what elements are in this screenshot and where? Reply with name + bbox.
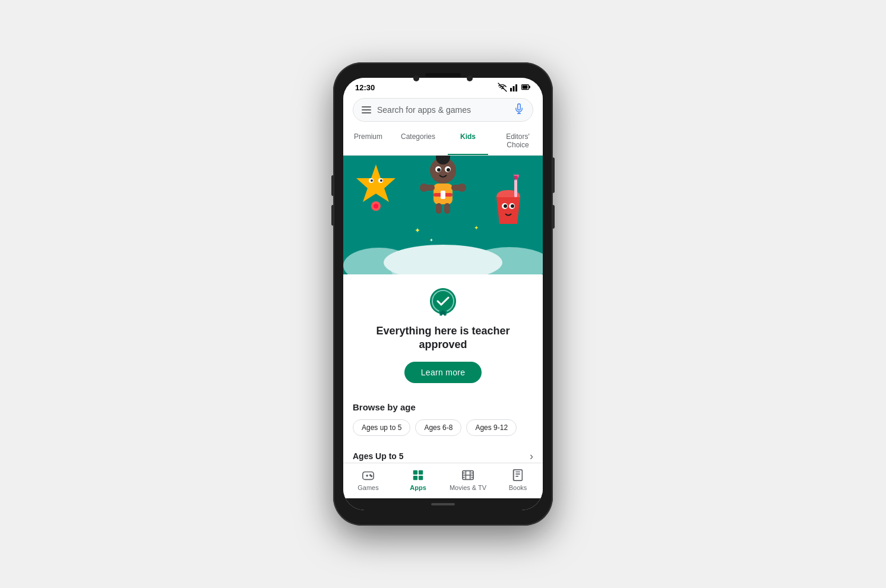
browse-by-age-title: Browse by age [353,402,533,412]
svg-rect-4 [529,86,530,88]
svg-point-16 [371,179,373,182]
svg-point-40 [514,176,518,179]
tab-editors-choice[interactable]: Editors' Choice [493,127,543,155]
svg-point-79 [371,476,372,477]
learn-more-button[interactable]: Learn more [404,362,482,383]
age-chip-2[interactable]: Ages 9-12 [466,419,517,436]
svg-rect-33 [436,203,442,214]
ages-header: Ages Up to 5 › [353,450,533,463]
status-bar: 12:30 [343,78,543,94]
apps-label: Apps [410,484,426,491]
svg-rect-81 [419,470,423,475]
svg-text:✦: ✦ [429,238,433,243]
search-input[interactable]: Search for apps & games [377,105,508,115]
nav-item-games[interactable]: Games [343,468,393,491]
games-icon [361,468,375,482]
home-bar[interactable] [431,503,455,505]
svg-point-31 [420,184,428,192]
svg-point-19 [374,204,378,208]
battery-icon [521,83,531,92]
hero-text-section: Everything here is teacher approved Lear… [343,274,543,393]
volume-up-button [331,175,334,196]
wifi-icon [498,83,507,92]
svg-text:✦: ✦ [414,226,420,235]
search-bar-container: Search for apps & games [343,94,543,127]
search-bar[interactable]: Search for apps & games [353,98,533,122]
camera-left [413,75,419,81]
svg-point-17 [380,179,382,182]
svg-rect-85 [514,470,523,480]
nav-item-movies[interactable]: Movies & TV [443,468,493,491]
svg-rect-1 [513,86,515,91]
svg-rect-83 [419,476,423,480]
books-icon [511,468,525,482]
nav-tabs: Premium Categories Kids Editors' Choice [343,127,543,156]
movies-icon [461,468,475,482]
browse-by-age-section: Browse by age Ages up to 5 Ages 6-8 Ages… [343,393,543,441]
nav-item-apps[interactable]: Apps [393,468,443,491]
nav-item-books[interactable]: Books [493,468,543,491]
tab-premium[interactable]: Premium [343,127,393,155]
volume-button-right [552,205,555,229]
phone-device: 12:30 [333,62,553,526]
ages-title: Ages Up to 5 [353,451,404,461]
phone-screen: 12:30 [343,78,543,510]
svg-point-32 [458,184,466,192]
mic-icon[interactable] [514,103,524,116]
age-chips: Ages up to 5 Ages 6-8 Ages 9-12 [353,419,533,436]
ages-section: Ages Up to 5 › [343,443,543,463]
teacher-approved-badge [428,286,458,316]
svg-rect-39 [514,179,517,197]
hero-background: ✦ ✦ ✦ [343,156,543,274]
svg-rect-0 [510,88,512,91]
signal-icon [510,83,519,92]
power-button [552,157,555,193]
svg-point-24 [437,168,441,172]
age-chip-0[interactable]: Ages up to 5 [353,419,410,436]
svg-rect-80 [413,470,417,475]
hero-title: Everything here is teacher approved [357,324,529,352]
svg-rect-34 [444,203,450,214]
volume-down-button [331,205,334,226]
books-label: Books [509,484,527,491]
svg-rect-28 [441,191,445,199]
screen-content: ✦ ✦ ✦ Everyth [343,156,543,463]
games-label: Games [357,484,378,491]
hero-banner: ✦ ✦ ✦ [343,156,543,274]
camera-right [467,75,473,81]
movies-label: Movies & TV [450,484,486,491]
ages-arrow-button[interactable]: › [530,450,533,463]
svg-point-37 [504,204,507,208]
svg-rect-2 [515,84,517,91]
phone-speaker [425,73,461,77]
svg-text:✦: ✦ [474,225,479,231]
svg-point-25 [447,168,450,172]
tab-categories[interactable]: Categories [393,127,443,155]
menu-icon[interactable] [362,106,371,113]
home-indicator [343,498,543,510]
apps-icon [411,468,425,482]
svg-point-38 [511,204,514,208]
status-time: 12:30 [355,83,375,92]
bottom-navigation: Games Apps [343,463,543,498]
age-chip-1[interactable]: Ages 6-8 [415,419,461,436]
tab-kids[interactable]: Kids [443,127,493,155]
svg-rect-82 [413,476,417,480]
status-icons [498,83,531,92]
svg-rect-5 [523,86,528,89]
